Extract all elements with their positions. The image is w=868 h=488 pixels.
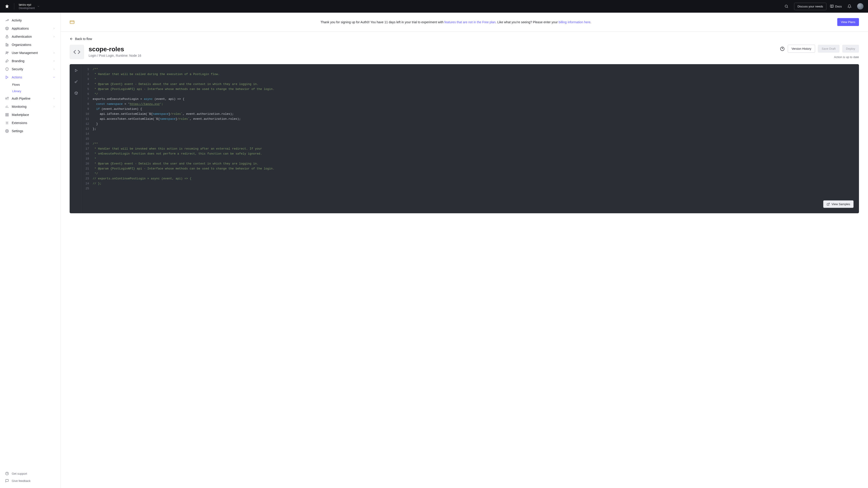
version-history-button[interactable]: Version History [788,45,815,53]
settings-icon [5,129,9,133]
monitoring-icon [5,105,9,109]
sidebar-item-settings[interactable]: Settings [0,127,60,135]
page-title: scope-roles [89,46,141,53]
sidebar-item-label: Applications [12,27,29,30]
auth-pipeline-icon [5,96,9,101]
branding-icon [5,59,9,63]
page-subtitle: Login / Post Login, Runtime: Node 16 [89,54,141,57]
chevron-down-icon [37,5,40,8]
sidebar-item-marketplace[interactable]: Marketplace [0,111,60,119]
svg-point-27 [75,82,76,83]
sidebar-item-label: Activity [12,19,22,22]
feedback-icon [5,479,9,483]
organizations-icon [5,43,9,47]
banner-text: Thank you for signing up for Auth0! You … [79,20,833,24]
svg-point-18 [6,131,7,131]
action-code-icon [70,45,84,59]
back-label: Back to flow [75,37,92,41]
svg-rect-13 [6,113,7,115]
chevron-right-icon [53,105,55,108]
features-link[interactable]: features that are not in the Free plan [444,20,495,24]
chevron-right-icon [53,52,55,54]
sidebar-item-label: Actions [12,75,22,79]
sidebar-subitem-flows[interactable]: Flows [0,81,60,88]
svg-point-17 [6,123,7,123]
svg-rect-3 [6,43,7,46]
credit-card-icon [70,20,74,24]
sidebar-subitem-library[interactable]: Library [0,88,60,94]
svg-rect-21 [70,21,74,24]
svg-rect-16 [7,115,8,116]
docs-link[interactable]: Docs [830,4,842,8]
sidebar-item-activity[interactable]: Activity [0,16,60,24]
svg-point-6 [7,52,8,53]
discuss-needs-button[interactable]: Discuss your needs [794,3,827,10]
modules-tool[interactable] [73,90,79,96]
chevron-right-icon [53,60,55,62]
sidebar-item-label: Extensions [12,121,27,125]
authentication-icon [5,35,9,39]
get-support-link[interactable]: Get support [0,470,60,477]
chevron-down-icon [53,76,55,78]
sidebar-item-security[interactable]: Security [0,65,60,73]
chevron-right-icon [53,97,55,100]
sidebar-item-applications[interactable]: Applications [0,24,60,33]
extensions-icon [5,121,9,125]
chevron-right-icon [53,68,55,70]
sidebar-item-label: Organizations [12,43,31,46]
help-circle-button[interactable] [780,46,785,52]
line-gutter: 1234567891011121314151617181920212223242… [83,67,91,191]
docs-label: Docs [835,5,842,8]
run-tool[interactable] [73,68,79,73]
billing-link[interactable]: billing information here [559,20,590,24]
view-samples-button[interactable]: View Samples [823,200,854,208]
sidebar-item-monitoring[interactable]: Monitoring [0,103,60,111]
support-label: Get support [12,472,27,475]
sidebar-item-label: Authentication [12,35,32,38]
sidebar-item-label: Branding [12,59,24,63]
back-to-flow-link[interactable]: Back to flow [70,37,92,41]
external-link-icon [827,203,830,206]
code-area[interactable]: 1234567891011121314151617181920212223242… [83,64,859,213]
page-head: scope-roles Login / Post Login, Runtime:… [70,45,859,59]
secrets-tool[interactable] [73,79,79,85]
give-feedback-link[interactable]: Give feedback [0,477,60,484]
sidebar-item-extensions[interactable]: Extensions [0,119,60,127]
sidebar-item-user-management[interactable]: User Management [0,49,60,57]
chevron-right-icon [53,27,55,30]
sidebar-item-organizations[interactable]: Organizations [0,41,60,49]
user-avatar[interactable] [857,3,864,9]
sidebar-item-label: Auth Pipeline [12,97,31,100]
view-plans-button[interactable]: View Plans [837,18,859,26]
view-samples-label: View Samples [832,202,850,206]
trial-banner: Thank you for signing up for Auth0! You … [61,13,868,32]
svg-point-0 [785,5,787,7]
arrow-left-icon [70,37,73,41]
sidebar-item-branding[interactable]: Branding [0,57,60,65]
marketplace-icon [5,113,9,117]
tenant-switcher[interactable]: tanzu-xyz Development [19,3,40,10]
notifications-button[interactable] [845,2,854,10]
save-draft-button[interactable]: Save Draft [818,45,839,53]
action-status: Action is up to date [834,55,859,59]
security-icon [5,67,9,71]
search-button[interactable] [782,2,790,10]
applications-icon [5,26,9,31]
sidebar-item-label: Marketplace [12,113,29,117]
feedback-label: Give feedback [12,479,31,483]
sidebar-item-label: User Management [12,51,38,55]
sidebar: Activity Applications Authentication Org… [0,13,61,488]
sidebar-item-auth-pipeline[interactable]: Auth Pipeline [0,94,60,103]
tenant-environment: Development [19,6,35,10]
tenant-name: tanzu-xyz [19,3,35,6]
deploy-button[interactable]: Deploy [842,45,859,53]
auth0-logo-icon[interactable] [4,4,9,9]
sidebar-item-authentication[interactable]: Authentication [0,33,60,41]
user-management-icon [5,51,9,55]
sidebar-bottom: Get support Give feedback [0,468,60,484]
header-left: tanzu-xyz Development [4,3,40,10]
sidebar-nav: Activity Applications Authentication Org… [0,16,60,468]
svg-point-8 [6,98,6,99]
sidebar-item-actions[interactable]: Actions [0,73,60,81]
sidebar-item-label: Monitoring [12,105,26,108]
